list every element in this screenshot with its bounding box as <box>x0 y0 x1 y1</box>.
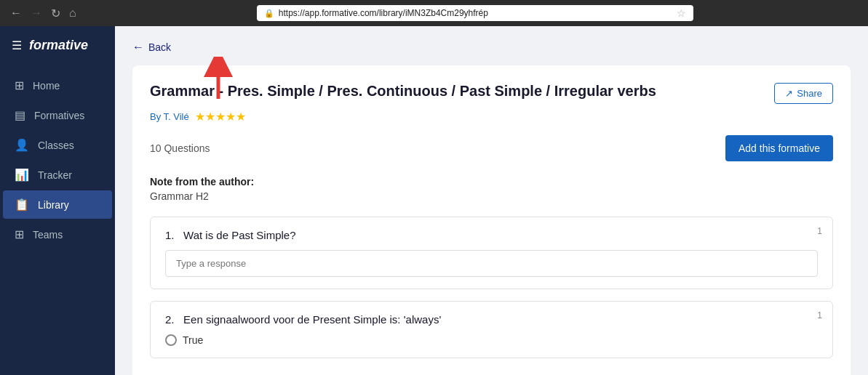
sidebar-item-formatives[interactable]: ▤ Formatives <box>3 101 112 129</box>
url-text: https://app.formative.com/library/iMN3Zb… <box>279 8 488 18</box>
sidebar-nav: ⊞ Home ▤ Formatives 👤 Classes 📊 Tracker … <box>0 65 115 255</box>
sidebar-label-formatives: Formatives <box>34 110 84 121</box>
question-1-points: 1 <box>817 226 822 236</box>
lock-icon: 🔒 <box>264 9 274 18</box>
address-bar[interactable]: 🔒 https://app.formative.com/library/iMN3… <box>257 5 693 21</box>
question-card-2: 1 2. Een signaalwoord voor de Present Si… <box>150 301 833 358</box>
refresh-button[interactable]: ↻ <box>48 5 63 22</box>
sidebar-label-home: Home <box>33 80 60 92</box>
sidebar-item-library[interactable]: 📋 Library <box>3 190 112 219</box>
questions-count: 10 Questions <box>150 142 210 154</box>
formatives-icon: ▤ <box>15 108 25 122</box>
true-option[interactable]: True <box>165 334 818 346</box>
note-label: Note from the author: <box>150 176 833 188</box>
content-card: Grammar - Pres. Simple / Pres. Continuou… <box>132 65 851 375</box>
share-icon: ↗ <box>785 88 793 99</box>
formative-title: Grammar - Pres. Simple / Pres. Continuou… <box>150 83 774 100</box>
classes-icon: 👤 <box>15 138 29 152</box>
question-1-number: 1. <box>165 229 175 241</box>
sidebar-item-home[interactable]: ⊞ Home <box>3 71 112 100</box>
question-2-body: Een signaalwoord voor de Present Simple … <box>183 313 441 326</box>
questions-row: 10 Questions Add this formative <box>150 135 833 161</box>
library-icon: 📋 <box>15 198 29 211</box>
note-value: Grammar H2 <box>150 190 833 202</box>
card-header: Grammar - Pres. Simple / Pres. Continuou… <box>150 83 833 104</box>
author-name: By T. Vilé <box>150 111 189 122</box>
back-button[interactable]: ← <box>7 5 25 21</box>
question-card-1: 1 1. Wat is de Past Simple? <box>150 217 833 289</box>
back-link-label: Back <box>148 41 171 53</box>
question-2-number: 2. <box>165 313 175 326</box>
sidebar-header: ☰ formative <box>0 26 115 65</box>
question-1-body: Wat is de Past Simple? <box>183 229 296 241</box>
forward-button[interactable]: → <box>28 5 45 21</box>
nav-controls: ← → ↻ ⌂ <box>7 5 79 22</box>
bookmark-icon[interactable]: ☆ <box>677 7 686 19</box>
radio-true[interactable] <box>165 334 177 346</box>
note-section: Note from the author: Grammar H2 <box>150 176 833 202</box>
sidebar-label-tracker: Tracker <box>38 169 72 181</box>
app-layout: ☰ formative ⊞ Home ▤ Formatives 👤 Classe… <box>0 26 868 375</box>
share-button[interactable]: ↗ Share <box>774 83 833 104</box>
teams-icon: ⊞ <box>15 227 24 241</box>
back-arrow-icon: ← <box>132 41 144 54</box>
tracker-icon: 📊 <box>15 168 29 182</box>
home-icon: ⊞ <box>15 78 24 92</box>
sidebar-item-classes[interactable]: 👤 Classes <box>3 131 112 159</box>
hamburger-icon[interactable]: ☰ <box>12 39 22 52</box>
main-content: ← Back Grammar - Pres. Simple / Pres. Co… <box>115 26 868 375</box>
sidebar-label-library: Library <box>38 199 69 211</box>
sidebar-item-teams[interactable]: ⊞ Teams <box>3 220 112 249</box>
sidebar: ☰ formative ⊞ Home ▤ Formatives 👤 Classe… <box>0 26 115 375</box>
question-1-input[interactable] <box>165 250 818 277</box>
author-row: By T. Vilé ★★★★★ <box>150 110 833 124</box>
sidebar-label-classes: Classes <box>38 140 74 151</box>
sidebar-item-tracker[interactable]: 📊 Tracker <box>3 161 112 189</box>
question-2-points: 1 <box>817 310 822 320</box>
question-1-text: 1. Wat is de Past Simple? <box>165 229 818 241</box>
home-button[interactable]: ⌂ <box>66 5 79 21</box>
back-link[interactable]: ← Back <box>132 41 851 54</box>
sidebar-label-teams: Teams <box>33 229 63 241</box>
star-rating: ★★★★★ <box>195 110 246 124</box>
logo: formative <box>29 38 88 53</box>
browser-chrome: ← → ↻ ⌂ 🔒 https://app.formative.com/libr… <box>0 0 868 26</box>
true-label: True <box>183 334 203 346</box>
question-2-text: 2. Een signaalwoord voor de Present Simp… <box>165 313 818 326</box>
share-label: Share <box>797 88 822 99</box>
add-formative-button[interactable]: Add this formative <box>725 135 833 161</box>
